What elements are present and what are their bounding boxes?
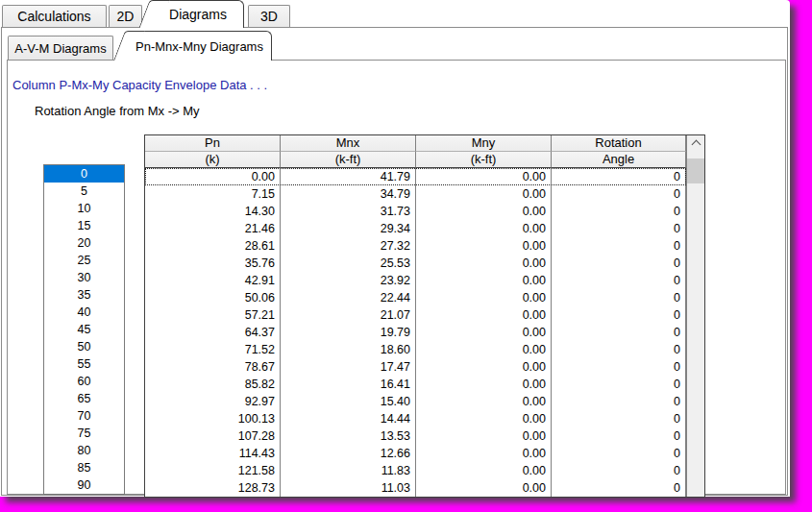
angle-option[interactable]: 10 [44, 200, 124, 217]
table-row[interactable]: 28.6127.320.000 [145, 237, 686, 255]
table-row[interactable]: 121.5811.830.000 [145, 462, 686, 479]
table-row[interactable]: 128.7311.030.000 [145, 479, 686, 497]
angle-option[interactable]: 90 [44, 476, 124, 494]
table-cell: 0 [552, 358, 686, 376]
tab-calculations[interactable]: Calculations [2, 5, 107, 27]
table-cell: 0 [552, 479, 686, 497]
table-cell: 78.67 [145, 358, 281, 376]
table-cell: 11.03 [281, 479, 416, 497]
tab-3d[interactable]: 3D [248, 5, 290, 27]
table-cell: 0 [552, 462, 686, 479]
angle-option[interactable]: 20 [44, 234, 124, 252]
angle-option[interactable]: 45 [44, 321, 124, 338]
scrollbar-thumb[interactable] [687, 158, 704, 183]
angle-option[interactable]: 50 [44, 338, 124, 355]
table-row[interactable]: 78.6717.470.000 [145, 358, 686, 376]
table-cell: 17.47 [281, 358, 416, 376]
table-cell: 71.52 [145, 341, 281, 358]
table-row[interactable]: 35.7625.530.000 [145, 255, 686, 272]
angle-option[interactable]: 35 [44, 286, 124, 304]
table-cell: 0.00 [416, 185, 552, 203]
angle-option[interactable]: 70 [44, 407, 124, 425]
table-cell: 15.40 [281, 393, 416, 410]
angle-option[interactable]: 0 [44, 165, 124, 183]
table-cell: 18.60 [281, 341, 416, 358]
table-row[interactable]: 64.3719.790.000 [145, 324, 686, 341]
chevron-up-icon [691, 140, 701, 150]
table-cell: 100.13 [145, 410, 281, 427]
table-cell: 14.30 [145, 203, 281, 220]
table-cell: 92.97 [145, 393, 281, 410]
subtab-pn-mnx-mny-diagrams-label: Pn-Mnx-Mny Diagrams [135, 39, 263, 54]
tab-diagrams[interactable]: Diagrams [153, 0, 244, 28]
table-row[interactable]: 114.4312.660.000 [145, 445, 686, 462]
table-cell: 11.83 [281, 462, 416, 479]
table-row[interactable]: 85.8216.410.000 [145, 376, 686, 393]
table-cell: 14.44 [281, 410, 416, 427]
table-cell: 12.66 [281, 445, 416, 462]
column-header-rotation: Rotation [552, 135, 686, 152]
table-row[interactable]: 100.1314.440.000 [145, 410, 686, 427]
table-cell: 0.00 [416, 427, 552, 445]
tab-2d-label: 2D [117, 9, 135, 24]
table-row[interactable]: 50.0622.440.000 [145, 289, 686, 306]
table-row[interactable]: 21.4629.340.000 [145, 220, 686, 237]
table-cell: 0 [552, 185, 686, 203]
angle-option[interactable]: 85 [44, 459, 124, 476]
table-cell: 121.58 [145, 462, 281, 479]
table-cell: 0 [552, 220, 686, 237]
table-row[interactable]: 57.2121.070.000 [145, 306, 686, 324]
table-row[interactable]: 92.9715.400.000 [145, 393, 686, 410]
table-cell: 128.73 [145, 479, 281, 497]
angle-option[interactable]: 30 [44, 269, 124, 286]
subtab-avm-diagrams[interactable]: A-V-M Diagrams [8, 36, 113, 60]
table-cell: 0.00 [145, 168, 281, 185]
table-scrollbar[interactable] [686, 135, 704, 497]
angle-option[interactable]: 65 [44, 390, 124, 407]
page-title: Column P-Mx-My Capacity Envelope Data . … [12, 78, 267, 92]
app-window: Calculations 2D Diagrams 3D A-V-M Diagra… [0, 0, 790, 497]
table-row[interactable]: 107.2813.530.000 [145, 427, 686, 445]
table-cell: 0 [552, 324, 686, 341]
table-cell: 28.61 [145, 237, 281, 255]
table-cell: 0.00 [416, 255, 552, 272]
angle-listbox[interactable]: 051015202530354045505560657075808590 [43, 164, 125, 495]
angle-option[interactable]: 60 [44, 373, 124, 390]
angle-option[interactable]: 80 [44, 442, 124, 459]
scrollbar-up-button[interactable] [687, 141, 704, 157]
column-header-pn: Pn [145, 135, 281, 152]
angle-option[interactable]: 15 [44, 217, 124, 234]
table-cell: 0.00 [416, 445, 552, 462]
tab-2d[interactable]: 2D [109, 5, 142, 27]
table-cell: 0.00 [416, 341, 552, 358]
table-cell: 21.07 [281, 306, 416, 324]
table-cell: 23.92 [281, 272, 416, 289]
table-row[interactable]: 71.5218.600.000 [145, 341, 686, 358]
table-cell: 29.34 [281, 220, 416, 237]
angle-option[interactable]: 75 [44, 425, 124, 442]
subtab-pn-mnx-mny-diagrams[interactable]: Pn-Mnx-Mny Diagrams [128, 31, 272, 61]
table-cell: 0.00 [416, 306, 552, 324]
table-cell: 0.00 [416, 358, 552, 376]
angle-option[interactable]: 55 [44, 355, 124, 373]
angle-option[interactable]: 25 [44, 252, 124, 269]
table-cell: 0.00 [416, 272, 552, 289]
table-row[interactable]: 7.1534.790.000 [145, 185, 686, 203]
table-cell: 64.37 [145, 324, 281, 341]
table-cell: 16.41 [281, 376, 416, 393]
angle-option[interactable]: 5 [44, 183, 124, 200]
table-row[interactable]: 0.0041.790.000 [145, 168, 686, 185]
table-cell: 19.79 [281, 324, 416, 341]
table-cell: 0 [552, 289, 686, 306]
envelope-table: Pn Mnx Mny Rotation (k) (k-ft) (k-ft) An… [144, 134, 705, 498]
tab-diagrams-label: Diagrams [169, 7, 227, 22]
table-row[interactable]: 42.9123.920.000 [145, 272, 686, 289]
table-row[interactable]: 14.3031.730.000 [145, 203, 686, 220]
table-cell: 7.15 [145, 185, 281, 203]
table-cell: 0.00 [416, 220, 552, 237]
angle-option[interactable]: 40 [44, 304, 124, 321]
column-unit-rotation: Angle [552, 152, 686, 168]
table-cell: 0 [552, 168, 686, 185]
table-cell: 0 [552, 393, 686, 410]
table-cell: 0.00 [416, 237, 552, 255]
